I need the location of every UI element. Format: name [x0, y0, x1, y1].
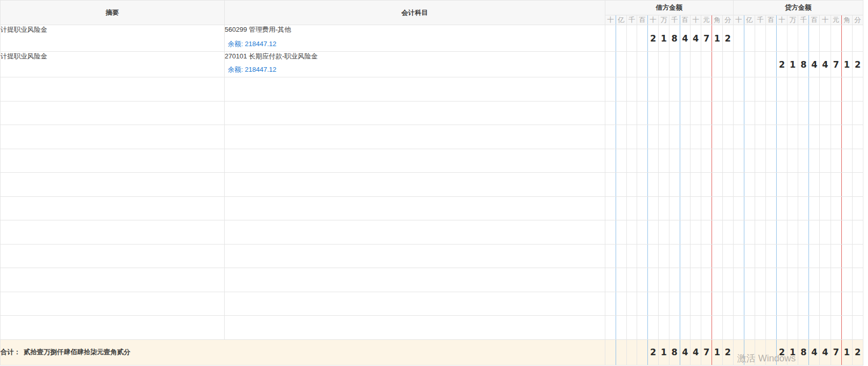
- credit-digit-cell[interactable]: [733, 101, 744, 125]
- debit-digit-cell[interactable]: 4: [680, 25, 691, 52]
- credit-digit-cell[interactable]: [777, 173, 787, 197]
- debit-digit-cell[interactable]: [648, 77, 659, 101]
- credit-digit-cell[interactable]: 7: [831, 52, 841, 77]
- credit-digit-cell[interactable]: [831, 173, 841, 197]
- debit-digit-cell[interactable]: [712, 149, 722, 173]
- debit-digit-cell[interactable]: [691, 196, 701, 220]
- subject-cell[interactable]: 270101 长期应付款-职业风险金余额: 218447.12: [225, 52, 605, 77]
- credit-digit-cell[interactable]: [765, 316, 776, 340]
- credit-digit-cell[interactable]: [852, 244, 863, 268]
- total-credit-digit-cell[interactable]: 1: [787, 339, 798, 365]
- credit-digit-cell[interactable]: [787, 125, 798, 149]
- debit-digit-cell[interactable]: [712, 220, 722, 245]
- credit-digit-cell[interactable]: [787, 77, 798, 101]
- subject-cell[interactable]: [225, 316, 605, 340]
- credit-digit-cell[interactable]: 8: [798, 52, 809, 77]
- summary-cell[interactable]: [1, 292, 225, 316]
- credit-digit-cell[interactable]: [809, 292, 820, 316]
- credit-digit-cell[interactable]: [744, 77, 755, 101]
- credit-digit-cell[interactable]: [765, 268, 776, 292]
- debit-digit-cell[interactable]: [691, 220, 701, 245]
- debit-digit-cell[interactable]: [722, 125, 733, 149]
- credit-digit-cell[interactable]: [809, 149, 820, 173]
- credit-digit-cell[interactable]: [787, 149, 798, 173]
- credit-digit-cell[interactable]: [787, 244, 798, 268]
- debit-digit-cell[interactable]: [658, 77, 669, 101]
- total-debit-digit-cell[interactable]: [605, 339, 616, 365]
- credit-digit-cell[interactable]: [765, 220, 776, 245]
- credit-digit-cell[interactable]: [809, 173, 820, 197]
- credit-digit-cell[interactable]: [831, 220, 841, 245]
- debit-digit-cell[interactable]: [626, 268, 637, 292]
- debit-digit-cell[interactable]: 4: [691, 25, 701, 52]
- credit-digit-cell[interactable]: [831, 196, 841, 220]
- credit-digit-cell[interactable]: [820, 292, 831, 316]
- total-credit-digit-cell[interactable]: [765, 339, 776, 365]
- credit-digit-cell[interactable]: [755, 268, 765, 292]
- debit-digit-cell[interactable]: [722, 101, 733, 125]
- credit-digit-cell[interactable]: [755, 244, 765, 268]
- credit-digit-cell[interactable]: [744, 220, 755, 245]
- credit-digit-cell[interactable]: [841, 244, 852, 268]
- credit-digit-cell[interactable]: [765, 52, 776, 77]
- debit-digit-cell[interactable]: [691, 52, 701, 77]
- summary-cell[interactable]: 计提职业风险金: [1, 25, 225, 52]
- debit-digit-cell[interactable]: [669, 149, 680, 173]
- debit-digit-cell[interactable]: [658, 173, 669, 197]
- credit-digit-cell[interactable]: [787, 196, 798, 220]
- debit-digit-cell[interactable]: [648, 316, 659, 340]
- credit-digit-cell[interactable]: [777, 244, 787, 268]
- credit-digit-cell[interactable]: [831, 101, 841, 125]
- credit-digit-cell[interactable]: [841, 149, 852, 173]
- debit-digit-cell[interactable]: [712, 196, 722, 220]
- debit-digit-cell[interactable]: [605, 149, 616, 173]
- debit-digit-cell[interactable]: [722, 316, 733, 340]
- debit-digit-cell[interactable]: [637, 149, 648, 173]
- credit-digit-cell[interactable]: [733, 292, 744, 316]
- total-debit-digit-cell[interactable]: 2: [648, 339, 659, 365]
- credit-digit-cell[interactable]: [841, 173, 852, 197]
- debit-digit-cell[interactable]: [658, 125, 669, 149]
- credit-digit-cell[interactable]: [798, 244, 809, 268]
- debit-digit-cell[interactable]: [626, 149, 637, 173]
- summary-cell[interactable]: [1, 220, 225, 245]
- credit-digit-cell[interactable]: [820, 316, 831, 340]
- credit-digit-cell[interactable]: [820, 220, 831, 245]
- credit-digit-cell[interactable]: [744, 52, 755, 77]
- debit-digit-cell[interactable]: [637, 52, 648, 77]
- debit-digit-cell[interactable]: [626, 173, 637, 197]
- total-credit-digit-cell[interactable]: [744, 339, 755, 365]
- summary-cell[interactable]: 计提职业风险金: [1, 52, 225, 77]
- credit-digit-cell[interactable]: [841, 292, 852, 316]
- credit-digit-cell[interactable]: [755, 196, 765, 220]
- debit-digit-cell[interactable]: [637, 244, 648, 268]
- debit-digit-cell[interactable]: [701, 101, 712, 125]
- credit-digit-cell[interactable]: [831, 125, 841, 149]
- debit-digit-cell[interactable]: [680, 77, 691, 101]
- debit-digit-cell[interactable]: 2: [648, 25, 659, 52]
- subject-cell[interactable]: 560299 管理费用-其他余额: 218447.12: [225, 25, 605, 52]
- credit-digit-cell[interactable]: [798, 149, 809, 173]
- debit-digit-cell[interactable]: [658, 316, 669, 340]
- debit-digit-cell[interactable]: [626, 244, 637, 268]
- credit-digit-cell[interactable]: [733, 316, 744, 340]
- credit-digit-cell[interactable]: [765, 244, 776, 268]
- debit-digit-cell[interactable]: [637, 25, 648, 52]
- credit-digit-cell[interactable]: [820, 25, 831, 52]
- debit-digit-cell[interactable]: [605, 77, 616, 101]
- debit-digit-cell[interactable]: [605, 25, 616, 52]
- credit-digit-cell[interactable]: [744, 25, 755, 52]
- credit-digit-cell[interactable]: [809, 101, 820, 125]
- debit-digit-cell[interactable]: [712, 292, 722, 316]
- credit-digit-cell[interactable]: [755, 292, 765, 316]
- total-credit-digit-cell[interactable]: 4: [809, 339, 820, 365]
- debit-digit-cell[interactable]: [637, 268, 648, 292]
- debit-digit-cell[interactable]: [680, 52, 691, 77]
- summary-cell[interactable]: [1, 268, 225, 292]
- debit-digit-cell[interactable]: [648, 244, 659, 268]
- credit-digit-cell[interactable]: [777, 316, 787, 340]
- debit-digit-cell[interactable]: [616, 77, 626, 101]
- debit-digit-cell[interactable]: [648, 149, 659, 173]
- debit-digit-cell[interactable]: [701, 244, 712, 268]
- debit-digit-cell[interactable]: [658, 268, 669, 292]
